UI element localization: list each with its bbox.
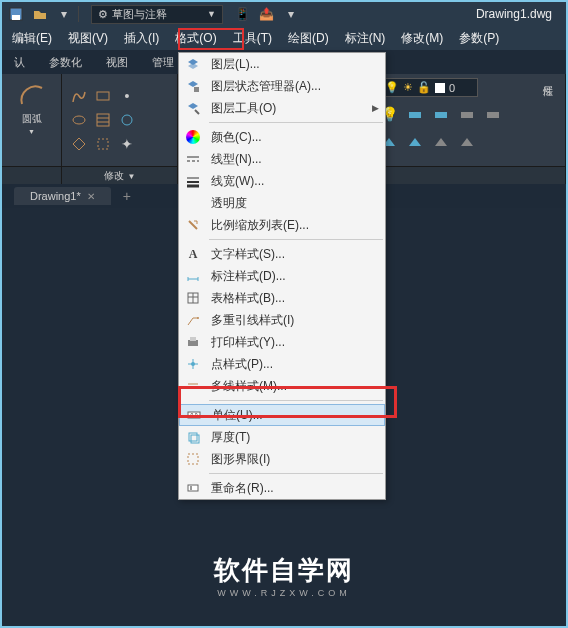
layer-tool-icon[interactable] xyxy=(430,131,452,153)
ribbon-tab[interactable]: 管理 xyxy=(146,53,180,72)
ribbon-panel-label xyxy=(2,166,61,184)
menu-item-table-style[interactable]: 表格样式(B)... xyxy=(179,287,385,309)
menu-insert[interactable]: 插入(I) xyxy=(116,27,167,50)
menu-item-text-style[interactable]: A文字样式(S)... xyxy=(179,243,385,265)
menu-tools[interactable]: 工具(T) xyxy=(225,27,280,50)
menu-item-label: 重命名(R)... xyxy=(207,480,385,497)
menu-view[interactable]: 视图(V) xyxy=(60,27,116,50)
menu-item-linetype[interactable]: 线型(N)... xyxy=(179,148,385,170)
menu-item-label: 多重引线样式(I) xyxy=(207,312,385,329)
bulb-icon: 💡 xyxy=(385,81,399,94)
menu-item-lineweight[interactable]: 线宽(W)... xyxy=(179,170,385,192)
dropdown-arrow-icon[interactable]: ▾ xyxy=(54,4,74,24)
menu-modify[interactable]: 修改(M) xyxy=(393,27,451,50)
menu-item-layers-tools[interactable]: 图层工具(O)▶ xyxy=(179,97,385,119)
menu-item-label: 单位(U)... xyxy=(208,407,384,424)
layer-tool-icon[interactable] xyxy=(404,131,426,153)
menu-item-label: 比例缩放列表(E)... xyxy=(207,217,385,234)
menu-bar: 编辑(E) 视图(V) 插入(I) 格式(O) 工具(T) 绘图(D) 标注(N… xyxy=(2,26,566,50)
plot-style-icon xyxy=(179,335,207,349)
menu-draw[interactable]: 绘图(D) xyxy=(280,27,337,50)
dropdown-arrow-icon[interactable]: ▾ xyxy=(281,4,301,24)
save-icon[interactable] xyxy=(6,4,26,24)
point-icon[interactable]: ✦ xyxy=(116,133,138,155)
arc-label: 圆弧 xyxy=(22,112,42,126)
svg-rect-11 xyxy=(461,112,473,118)
sun-icon: ☀ xyxy=(403,81,413,94)
ellipse-icon[interactable] xyxy=(68,109,90,131)
menu-item-dim-style[interactable]: 标注样式(D)... xyxy=(179,265,385,287)
svg-rect-37 xyxy=(188,454,198,464)
svg-marker-8 xyxy=(73,138,85,150)
document-tab[interactable]: Drawing1* ✕ xyxy=(14,187,111,205)
text-style-icon: A xyxy=(179,247,207,262)
menu-item-mline-style[interactable]: 多线样式(M)... xyxy=(179,375,385,397)
dot-icon[interactable]: • xyxy=(116,85,138,107)
menu-item-transparency[interactable]: 透明度 xyxy=(179,192,385,214)
menu-format[interactable]: 格式(O) xyxy=(167,27,224,50)
menu-item-plot-style[interactable]: 打印样式(Y)... xyxy=(179,331,385,353)
menu-item-colorwheel[interactable]: 颜色(C)... xyxy=(179,126,385,148)
layers-state-icon xyxy=(179,79,207,93)
revision-icon[interactable] xyxy=(92,133,114,155)
table-style-icon xyxy=(179,291,207,305)
layer-tool-icon[interactable] xyxy=(456,131,478,153)
menu-item-units[interactable]: 0.0单位(U)... xyxy=(179,404,385,426)
svg-point-7 xyxy=(122,115,132,125)
svg-rect-38 xyxy=(188,485,198,491)
phone-icon[interactable]: 📱 xyxy=(233,4,253,24)
watermark-sub: WWW.RJZXW.COM xyxy=(214,588,354,598)
chevron-down-icon: ▼ xyxy=(28,128,35,135)
arc-tool[interactable]: 圆弧 ▼ xyxy=(16,78,48,135)
svg-text:0.0: 0.0 xyxy=(191,412,198,418)
lineweight-icon xyxy=(179,174,207,188)
layer-tool-icon[interactable] xyxy=(482,103,504,125)
separator xyxy=(78,6,79,22)
workspace-dropdown[interactable]: ⚙ 草图与注释 ▼ xyxy=(91,5,223,24)
menu-dimension[interactable]: 标注(N) xyxy=(337,27,394,50)
layers-tools-icon xyxy=(179,101,207,115)
ribbon-panel-label: 修改▼ xyxy=(62,166,177,184)
svg-rect-35 xyxy=(189,433,197,441)
polygon-icon[interactable] xyxy=(68,133,90,155)
menu-item-label: 颜色(C)... xyxy=(207,129,385,146)
menu-item-thickness[interactable]: 厚度(T) xyxy=(179,426,385,448)
layer-tool-icon[interactable] xyxy=(456,103,478,125)
scale-list-icon xyxy=(179,218,207,232)
layer-tool-icon[interactable] xyxy=(404,103,426,125)
ribbon-tab[interactable]: 认 xyxy=(8,53,31,72)
menu-item-label: 多线样式(M)... xyxy=(207,378,385,395)
open-icon[interactable] xyxy=(30,4,50,24)
menu-item-layers-state[interactable]: 图层状态管理器(A)... xyxy=(179,75,385,97)
menu-item-label: 透明度 xyxy=(207,195,385,212)
close-icon[interactable]: ✕ xyxy=(87,191,95,202)
hatch-icon[interactable] xyxy=(92,109,114,131)
layer-tool-icon[interactable] xyxy=(430,103,452,125)
share-icon[interactable]: 📤 xyxy=(257,4,277,24)
ribbon-tab[interactable]: 参数化 xyxy=(43,53,88,72)
menu-separator xyxy=(209,239,383,240)
mline-style-icon xyxy=(179,379,207,393)
new-tab-button[interactable]: + xyxy=(123,188,131,204)
menu-item-point-style[interactable]: 点样式(P)... xyxy=(179,353,385,375)
menu-parametric[interactable]: 参数(P) xyxy=(451,27,507,50)
menu-item-rename[interactable]: 重命名(R)... xyxy=(179,477,385,499)
menu-separator xyxy=(209,400,383,401)
menu-item-label: 标注样式(D)... xyxy=(207,268,385,285)
limits-icon xyxy=(179,452,207,466)
rect-icon[interactable] xyxy=(92,85,114,107)
region-icon[interactable] xyxy=(116,109,138,131)
mleader-style-icon xyxy=(179,313,207,327)
colorwheel-icon xyxy=(179,130,207,144)
menu-item-layers[interactable]: 图层(L)... xyxy=(179,53,385,75)
menu-item-scale-list[interactable]: 比例缩放列表(E)... xyxy=(179,214,385,236)
menu-edit[interactable]: 编辑(E) xyxy=(4,27,60,50)
layer-dropdown[interactable]: 💡 ☀ 🔓 0 xyxy=(378,78,478,97)
menu-item-limits[interactable]: 图形界限(I) xyxy=(179,448,385,470)
spline-icon[interactable] xyxy=(68,85,90,107)
svg-rect-2 xyxy=(97,92,109,100)
ribbon-tab[interactable]: 视图 xyxy=(100,53,134,72)
menu-item-mleader-style[interactable]: 多重引线样式(I) xyxy=(179,309,385,331)
arc-icon xyxy=(16,78,48,110)
units-icon: 0.0 xyxy=(180,408,208,422)
